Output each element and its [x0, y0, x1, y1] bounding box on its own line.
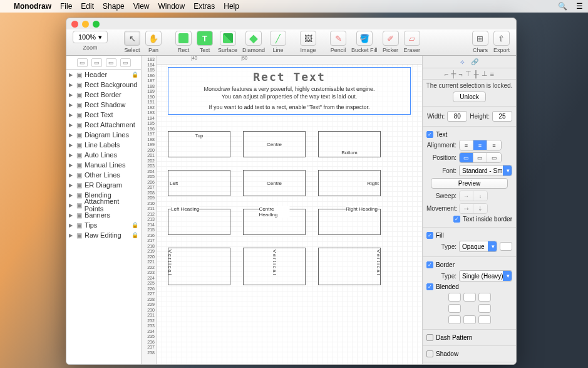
sidebar-btn-3[interactable]: ▭	[106, 58, 116, 67]
fill-color-swatch[interactable]	[500, 242, 512, 251]
rect-left-heading[interactable]: Left Heading	[168, 209, 230, 235]
sweep-segmented[interactable]: →↓	[459, 191, 488, 201]
spotlight-icon[interactable]: 🔍	[558, 2, 567, 11]
line-tool[interactable]: ╱	[270, 31, 286, 46]
menu-help[interactable]: Help	[224, 2, 239, 11]
sidebar-item[interactable]: ▶▣Diagram Lines	[66, 130, 141, 140]
align-bottom-icon[interactable]: ⊥	[482, 70, 488, 78]
sidebar-item[interactable]: ▶▣Raw Editing🔒	[66, 230, 141, 240]
sidebar-item[interactable]: ▶▣Manual Lines	[66, 160, 141, 170]
align-left-icon[interactable]: ⌐	[445, 70, 448, 78]
rect-centre-h[interactable]: Centre	[243, 170, 306, 196]
menu-window[interactable]: Window	[158, 2, 185, 11]
text-inside-checkbox[interactable]: ✓	[453, 216, 460, 223]
sidebar-item-label: Rect Attachment	[85, 121, 135, 129]
rect-top[interactable]: Top	[168, 131, 230, 157]
surface-tool[interactable]	[220, 31, 236, 46]
select-tool[interactable]: ↖	[124, 31, 140, 46]
position-segmented[interactable]: ▭▭▭	[459, 152, 502, 163]
text-tool[interactable]: T	[197, 31, 213, 46]
inspector-tabs: ⟡ 🔗	[423, 56, 516, 68]
app-name[interactable]: Monodraw	[14, 2, 51, 11]
align-center-h-icon[interactable]: ╪	[451, 70, 456, 78]
distribute-icon[interactable]: ≡	[490, 70, 494, 78]
blended-checkbox[interactable]: ✓	[426, 283, 433, 290]
menu-edit[interactable]: Edit	[81, 2, 94, 11]
sidebar-item[interactable]: ▶▣Rect Attachment	[66, 120, 141, 130]
pencil-tool[interactable]: ✎	[330, 31, 346, 46]
sidebar-item[interactable]: ▶▣Other Lines	[66, 170, 141, 180]
minimize-button[interactable]	[82, 21, 89, 28]
menu-extras[interactable]: Extras	[193, 2, 215, 11]
zoom-combo[interactable]: 100%▾	[73, 31, 108, 43]
sidebar-btn-2[interactable]: ▭	[91, 58, 102, 67]
rect-centre-v[interactable]: Centre	[243, 131, 306, 157]
close-button[interactable]	[71, 21, 78, 28]
border-checkbox[interactable]: ✓	[426, 261, 433, 268]
border-swatch[interactable]	[448, 293, 461, 302]
border-swatch[interactable]	[478, 293, 491, 302]
rect-right[interactable]: Right	[318, 170, 381, 196]
sidebar-btn-1[interactable]: ▭	[77, 58, 88, 67]
rect-left[interactable]: Left	[168, 170, 230, 196]
fill-checkbox[interactable]: ✓	[426, 232, 433, 239]
movement-segmented[interactable]: ⇢⇣	[459, 203, 488, 214]
fill-type-select[interactable]: Opaque	[459, 241, 497, 252]
border-swatch[interactable]	[463, 293, 476, 302]
menu-view[interactable]: View	[133, 2, 150, 11]
rect-vert-3[interactable]: Vertical	[318, 248, 381, 285]
menu-file[interactable]: File	[60, 2, 72, 11]
font-select[interactable]: Standard - Small	[459, 165, 512, 176]
selected-rect[interactable]: Rect Text Monodraw features a very power…	[168, 67, 411, 115]
sidebar-item[interactable]: ▶▣Rect Shadow	[66, 100, 141, 110]
rect-centre-heading[interactable]: Centre Heading	[243, 209, 306, 235]
sidebar-item[interactable]: ▶▣Auto Lines	[66, 150, 141, 160]
sidebar-item[interactable]: ▶▣Header🔒	[66, 70, 141, 80]
sidebar-item[interactable]: ▶▣Line Labels	[66, 140, 141, 150]
canvas[interactable]: |40|50 Rect Text Monodraw features a ver…	[157, 56, 422, 364]
shadow-checkbox[interactable]	[426, 350, 433, 357]
sidebar-item[interactable]: ▶▣Rect Border	[66, 90, 141, 100]
list-icon[interactable]: ☰	[576, 2, 583, 11]
border-swatch[interactable]	[478, 315, 491, 324]
rect-right-heading[interactable]: Right Heading	[318, 209, 381, 235]
tab-link-icon[interactable]: 🔗	[471, 58, 478, 65]
border-swatch[interactable]	[478, 304, 491, 313]
border-swatch[interactable]	[448, 304, 461, 313]
border-type-select[interactable]: Single (Heavy)	[459, 270, 512, 281]
tab-adjust-icon[interactable]: ⟡	[460, 58, 465, 66]
layers-list[interactable]: ▶▣Header🔒▶▣Rect Background▶▣Rect Border▶…	[66, 70, 141, 364]
image-tool[interactable]: 🖼	[300, 31, 316, 46]
preview-button[interactable]: Preview	[431, 178, 508, 189]
bucket-tool[interactable]: 🪣	[356, 31, 373, 46]
picker-tool[interactable]: ✐	[383, 31, 399, 46]
eraser-tool[interactable]: ▱	[404, 31, 420, 46]
dash-checkbox[interactable]	[426, 334, 433, 341]
height-input[interactable]	[492, 111, 512, 122]
diamond-tool[interactable]: ◆	[245, 31, 262, 46]
border-swatch[interactable]	[448, 315, 461, 324]
unlock-button[interactable]: Unlock	[453, 92, 486, 102]
menu-shape[interactable]: Shape	[103, 2, 125, 11]
align-top-icon[interactable]: ⊤	[465, 70, 472, 78]
chars-button[interactable]: ⊞	[472, 31, 488, 46]
export-button[interactable]: ⇧	[493, 31, 510, 46]
sidebar-item[interactable]: ▶▣Rect Text	[66, 110, 141, 120]
rect-vert-1[interactable]: Vertical	[168, 248, 230, 285]
rect-vert-2[interactable]: Vertical	[243, 248, 306, 285]
align-center-v-icon[interactable]: ╫	[474, 70, 479, 78]
alignment-segmented[interactable]: ≡≡≡	[459, 140, 502, 150]
width-input[interactable]	[447, 111, 467, 122]
sidebar-item[interactable]: ▶▣ER Diagram	[66, 180, 141, 190]
rect-tool[interactable]	[175, 31, 192, 46]
pan-tool[interactable]: ✋	[145, 31, 162, 46]
sidebar-btn-4[interactable]: ▭	[120, 58, 131, 67]
align-right-icon[interactable]: ¬	[458, 70, 462, 78]
rect-bottom[interactable]: Bottom	[318, 131, 381, 157]
text-checkbox[interactable]: ✓	[426, 131, 433, 138]
sidebar-item[interactable]: ▶▣Tips🔒	[66, 220, 141, 230]
sidebar-item[interactable]: ▶▣Attachment Points	[66, 200, 141, 210]
zoom-button[interactable]	[93, 21, 100, 28]
sidebar-item[interactable]: ▶▣Rect Background	[66, 80, 141, 90]
border-swatch[interactable]	[463, 315, 476, 324]
